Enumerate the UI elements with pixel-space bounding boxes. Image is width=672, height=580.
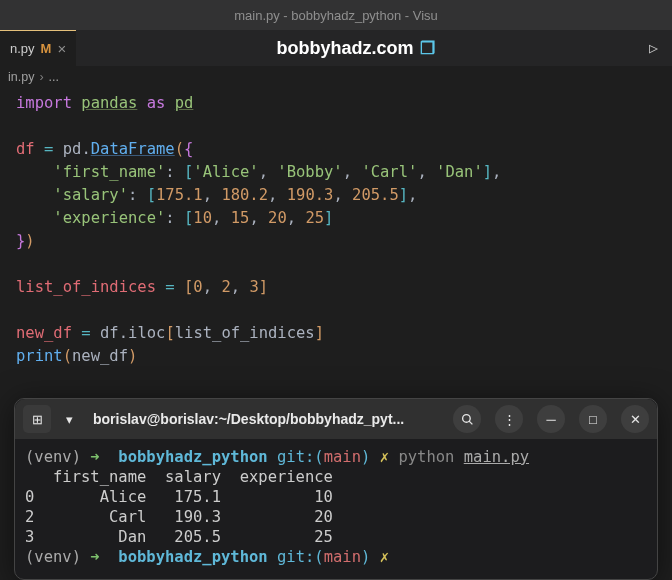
site-banner: bobbyhadz.com ❒ xyxy=(277,38,435,59)
tab-modified-mark: M xyxy=(41,41,52,56)
terminal-window: ⊞ ▾ borislav@borislav:~/Desktop/bobbyhad… xyxy=(14,398,658,580)
svg-point-0 xyxy=(462,414,470,422)
breadcrumb-rest: ... xyxy=(49,70,59,84)
terminal-body[interactable]: (venv) ➜ bobbyhadz_python git:(main) ✗ p… xyxy=(15,439,657,579)
close-terminal-icon[interactable]: ✕ xyxy=(621,405,649,433)
window-titlebar: main.py - bobbyhadz_python - Visu xyxy=(0,0,672,30)
editor-actions: ▷ xyxy=(635,30,672,66)
minimize-icon[interactable]: ─ xyxy=(537,405,565,433)
banner-area: bobbyhadz.com ❒ xyxy=(76,30,635,66)
tab-label: n.py xyxy=(10,41,35,56)
cube-icon: ❒ xyxy=(420,38,435,59)
chevron-right-icon: › xyxy=(39,70,43,84)
run-icon[interactable]: ▷ xyxy=(649,39,658,57)
close-icon[interactable]: × xyxy=(57,40,66,57)
code-editor[interactable]: import pandas as pd df = pd.DataFrame({ … xyxy=(0,88,672,372)
new-tab-icon[interactable]: ⊞ xyxy=(23,405,51,433)
breadcrumb-file: in.py xyxy=(8,70,34,84)
svg-line-1 xyxy=(469,421,472,424)
search-icon[interactable] xyxy=(453,405,481,433)
tabs-row: n.py M × bobbyhadz.com ❒ ▷ xyxy=(0,30,672,66)
banner-text: bobbyhadz.com xyxy=(277,38,414,59)
maximize-icon[interactable]: □ xyxy=(579,405,607,433)
menu-icon[interactable]: ⋮ xyxy=(495,405,523,433)
terminal-title: borislav@borislav:~/Desktop/bobbyhadz_py… xyxy=(93,411,443,427)
tab-main-py[interactable]: n.py M × xyxy=(0,30,76,66)
terminal-header[interactable]: ⊞ ▾ borislav@borislav:~/Desktop/bobbyhad… xyxy=(15,399,657,439)
dropdown-icon[interactable]: ▾ xyxy=(55,405,83,433)
breadcrumb[interactable]: in.py › ... xyxy=(0,66,672,88)
window-title: main.py - bobbyhadz_python - Visu xyxy=(234,8,438,23)
